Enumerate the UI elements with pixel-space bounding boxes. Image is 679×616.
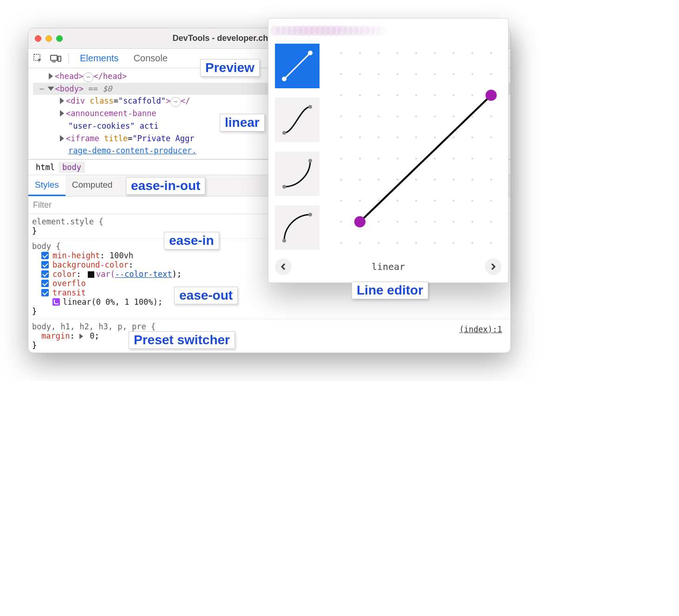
inspect-icon[interactable]: [32, 52, 44, 65]
ellipsis-icon[interactable]: ⋯: [83, 72, 93, 82]
svg-point-46: [471, 115, 473, 117]
window-controls[interactable]: [35, 35, 63, 42]
svg-point-35: [434, 94, 436, 96]
close-icon[interactable]: [35, 35, 41, 42]
svg-point-77: [378, 200, 379, 202]
svg-point-36: [453, 94, 455, 96]
svg-point-4: [282, 77, 287, 81]
curve-handle-end[interactable]: [485, 90, 496, 101]
checkbox-icon[interactable]: [41, 252, 49, 259]
prop-background-color[interactable]: background-color: [52, 260, 129, 269]
dom-head-close: </head>: [93, 72, 127, 81]
annotation-preview: Preview: [200, 59, 260, 77]
svg-rect-1: [51, 55, 57, 60]
svg-point-68: [378, 179, 379, 181]
preset-linear[interactable]: [275, 44, 320, 88]
svg-point-58: [359, 157, 361, 159]
svg-point-10: [282, 239, 286, 242]
easing-preset-list: [275, 44, 320, 250]
svg-point-95: [378, 242, 379, 244]
svg-point-73: [471, 179, 473, 181]
annotation-ease-in-out: ease-in-out: [126, 177, 205, 195]
svg-point-98: [434, 242, 436, 244]
val-min-height[interactable]: 100vh: [110, 251, 133, 260]
tab-elements[interactable]: Elements: [75, 50, 123, 66]
prop-margin[interactable]: margin: [41, 331, 70, 341]
svg-point-23: [378, 73, 379, 75]
svg-point-37: [471, 94, 473, 96]
svg-point-82: [471, 200, 473, 202]
checkbox-icon[interactable]: [41, 289, 49, 296]
dom-head-open[interactable]: <head>: [55, 72, 83, 81]
rule-body-etc[interactable]: (index):1 body, h1, h2, h3, p, pre { mar…: [28, 319, 510, 353]
var-color-text[interactable]: --color-text: [115, 269, 172, 279]
svg-point-61: [415, 157, 417, 159]
svg-point-44: [434, 115, 436, 117]
checkbox-icon[interactable]: [41, 270, 49, 278]
prop-color[interactable]: color: [52, 269, 76, 279]
svg-point-20: [490, 52, 492, 54]
annotation-ease-in: ease-in: [164, 232, 219, 249]
tab-console[interactable]: Console: [129, 50, 172, 66]
prev-preset-button[interactable]: [275, 258, 292, 275]
svg-point-57: [340, 157, 342, 159]
svg-point-90: [453, 221, 455, 223]
preset-ease-in[interactable]: [275, 151, 320, 196]
maximize-icon[interactable]: [56, 35, 63, 42]
svg-point-94: [359, 242, 361, 244]
svg-point-63: [453, 157, 455, 159]
svg-point-11: [308, 213, 312, 216]
dom-announcement[interactable]: <announcement-banne: [66, 109, 156, 118]
svg-point-60: [397, 157, 398, 159]
annotation-ease-out: ease-out: [174, 287, 238, 304]
svg-point-50: [378, 137, 379, 138]
tab-computed[interactable]: Computed: [65, 175, 119, 196]
svg-point-69: [397, 179, 398, 181]
svg-point-74: [490, 179, 492, 181]
svg-point-24: [397, 73, 398, 75]
preset-ease-out[interactable]: [275, 205, 320, 250]
checkbox-icon[interactable]: [41, 261, 49, 269]
svg-rect-2: [58, 56, 61, 61]
curve-handle-start[interactable]: [354, 216, 366, 227]
easing-swatch-icon[interactable]: [52, 298, 60, 306]
svg-point-31: [359, 94, 361, 96]
prop-overflow[interactable]: overflo: [52, 279, 86, 288]
svg-point-84: [340, 221, 342, 223]
svg-point-87: [397, 221, 398, 223]
checkbox-icon[interactable]: [41, 280, 49, 287]
svg-point-89: [434, 221, 436, 223]
svg-point-5: [308, 51, 313, 55]
crumb-html[interactable]: html: [32, 162, 59, 173]
dom-iframe-src[interactable]: rage-demo-content-producer.: [68, 146, 196, 155]
prop-transition[interactable]: transit: [52, 288, 86, 297]
crumb-body[interactable]: body: [59, 162, 85, 173]
color-swatch-icon[interactable]: [88, 271, 94, 278]
minimize-icon[interactable]: [46, 35, 52, 42]
svg-point-54: [453, 137, 455, 138]
ellipsis-icon[interactable]: ⋯: [170, 97, 181, 107]
svg-point-86: [378, 221, 379, 223]
prop-min-height[interactable]: min-height: [52, 251, 100, 260]
filter-placeholder: Filter: [33, 200, 52, 210]
annotation-preset-switcher: Preset switcher: [129, 331, 235, 349]
svg-point-72: [453, 179, 455, 181]
svg-point-78: [397, 200, 398, 202]
source-link[interactable]: (index):1: [459, 322, 507, 334]
svg-point-67: [359, 179, 361, 181]
selector-body-etc: body, h1, h2, h3, p, pre {: [32, 322, 156, 331]
val-transition-timing[interactable]: linear(0 0%, 1 100%);: [63, 297, 163, 307]
val-margin[interactable]: 0: [90, 331, 94, 341]
tab-styles[interactable]: Styles: [28, 175, 65, 196]
device-icon[interactable]: [50, 52, 62, 65]
preset-name: linear: [372, 261, 405, 272]
dom-cookies-attr: "user-cookies" acti: [68, 121, 158, 131]
devtools-window: DevTools - developer.chrome.com/docs/dev…: [28, 28, 511, 353]
svg-point-8: [282, 185, 286, 189]
next-preset-button[interactable]: [485, 258, 502, 275]
svg-point-101: [490, 242, 492, 244]
easing-curve-editor[interactable]: [331, 44, 502, 250]
svg-point-7: [308, 105, 312, 109]
svg-point-76: [359, 200, 361, 202]
preset-ease-in-out[interactable]: [275, 98, 320, 142]
